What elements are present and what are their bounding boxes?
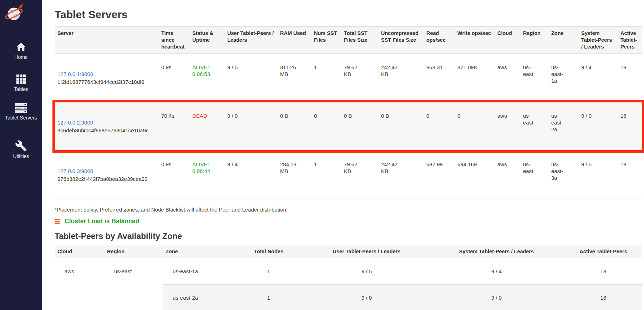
col-ram: RAM Used: [277, 27, 311, 54]
planet-logo-icon: [4, 3, 25, 24]
uptime-text: 0:06:53: [192, 71, 210, 77]
tablet-servers-icon: [14, 103, 28, 113]
cell-total-nodes: 1: [233, 258, 305, 285]
cell-server: 127.0.0.1:9000 1f2fd188777643cf944ced2f3…: [55, 54, 158, 102]
col-region: Region: [520, 27, 548, 54]
cluster-load-icon: [55, 219, 61, 224]
utilities-icon: [15, 140, 27, 152]
col-user-peers: User Tablet-Peers / Leaders: [224, 27, 277, 54]
sidebar-item-label: Utilities: [0, 154, 42, 159]
cluster-load-status: Cluster Load is Balanced: [55, 218, 644, 225]
sidebar-item-tables[interactable]: Tables: [0, 73, 42, 92]
server-row-3: 127.0.0.3:9000 976b382c2ff442f7ba0bea32e…: [55, 151, 642, 199]
cell-zone: us- east- 3a: [548, 151, 578, 199]
tablet-servers-table: Server Time since heartbeat Status & Upt…: [55, 26, 642, 199]
table-header-row: Cloud Region Zone Total Nodes User Table…: [55, 245, 642, 258]
cell-zone: us-east-2a: [163, 285, 233, 310]
uptime-text: 0:06:44: [192, 168, 210, 174]
cell-user-peers: 9 / 4: [224, 151, 277, 199]
cell-cloud: aws: [495, 151, 520, 199]
app-window: Home Tables: [0, 0, 644, 310]
cell-ram: 0 B: [277, 102, 311, 151]
sidebar-item-label: Tablet Servers: [0, 115, 42, 121]
col-cloud: Cloud: [495, 27, 520, 54]
col-cloud: Cloud: [55, 245, 104, 258]
col-zone: Zone: [548, 27, 578, 54]
cell-write-ops: 694.169: [455, 151, 495, 199]
cell-cloud: aws: [495, 54, 520, 102]
server-link[interactable]: 127.0.0.1:9000: [57, 71, 93, 77]
status-text: DEAD: [192, 113, 207, 119]
server-uuid: 976b382c2ff442f7ba0bea32e39cea93: [57, 176, 156, 182]
cell-server: 127.0.0.3:9000 976b382c2ff442f7ba0bea32e…: [55, 151, 158, 199]
col-active-peers: Active Tablet-Peers: [618, 27, 642, 54]
cell-region: us- east: [520, 151, 548, 199]
cell-status: ALIVE:0:06:53: [189, 54, 224, 102]
server-link[interactable]: 127.0.0.3:9000: [57, 168, 93, 174]
server-link[interactable]: 127.0.0.2:9000: [57, 120, 93, 126]
tables-icon: [15, 73, 27, 85]
server-row-1: 127.0.0.1:9000 1f2fd188777643cf944ced2f3…: [55, 54, 642, 102]
col-read-ops: Read ops/sec: [424, 27, 455, 54]
cell-read-ops: 868.31: [424, 54, 455, 102]
col-num-sst: Num SST Files: [311, 27, 341, 54]
cell-num-sst: 0: [311, 102, 341, 151]
cell-uncompressed-sst: 242.42 KB: [378, 151, 424, 199]
table-header-row: Server Time since heartbeat Status & Upt…: [55, 27, 642, 54]
cell-heartbeat: 0.9s: [158, 54, 189, 102]
cell-heartbeat: 0.9s: [158, 151, 189, 199]
cell-user-peers: 9 / 5: [224, 54, 277, 102]
cell-active-peers: 18: [618, 151, 642, 199]
cell-user-peers: 9 / 0: [305, 285, 429, 310]
sidebar-item-label: Tables: [0, 87, 42, 92]
cell-sst-size: 0 B: [341, 102, 378, 151]
cell-active-peers: 18: [564, 285, 642, 310]
sidebar-item-tablet-servers[interactable]: Tablet Servers: [0, 103, 42, 121]
col-active-peers: Active Tablet-Peers: [564, 245, 642, 258]
cell-total-nodes: 1: [233, 285, 305, 310]
cell-user-peers: 9 / 5: [305, 258, 429, 285]
sidebar-item-home[interactable]: Home: [0, 41, 42, 60]
cell-uncompressed-sst: 0 B: [378, 102, 424, 151]
cell-region: us- east: [520, 54, 548, 102]
cell-status: DEAD: [189, 102, 224, 151]
cell-zone: us-east-1a: [163, 258, 233, 285]
cell-num-sst: 1: [311, 151, 341, 199]
col-zone: Zone: [163, 245, 233, 258]
cell-ram: 311.26 MB: [277, 54, 311, 102]
az-section-title: Tablet-Peers by Availability Zone: [55, 232, 644, 241]
cell-sst-size: 79.62 KB: [341, 151, 378, 199]
cell-status: ALIVE:0:06:44: [189, 151, 224, 199]
cell-system-peers: 9 / 4: [429, 258, 564, 285]
col-user-peers: User Tablet-Peers / Leaders: [305, 245, 429, 258]
col-system-peers: System Tablet-Peers / Leaders: [578, 27, 618, 54]
col-sst-size: Total SST Files Size: [341, 27, 378, 54]
yugabyte-logo[interactable]: [4, 3, 25, 24]
sidebar-item-label: Home: [0, 55, 42, 60]
col-status: Status & Uptime: [189, 27, 224, 54]
tablet-peers-by-az-table: Cloud Region Zone Total Nodes User Table…: [55, 245, 642, 310]
col-uncompressed-sst: Uncompressed SST Files Size: [378, 27, 424, 54]
cell-system-peers: 9 / 4: [578, 54, 618, 102]
cell-sst-size: 79.62 KB: [341, 54, 378, 102]
cell-user-peers: 9 / 0: [224, 102, 277, 151]
cell-server: 127.0.0.2:9000 3c6deb86f40c4f668e5763041…: [55, 102, 158, 151]
cell-ram: 284.13 MB: [277, 151, 311, 199]
cell-active-peers: 18: [564, 258, 642, 285]
sidebar: Home Tables: [0, 0, 42, 310]
cell-heartbeat: 70.4s: [158, 102, 189, 151]
cell-active-peers: 18: [618, 54, 642, 102]
sidebar-item-utilities[interactable]: Utilities: [0, 140, 42, 159]
server-uuid: 3c6deb86f40c4f668e5763041ce10a9c: [57, 127, 156, 134]
col-heartbeat: Time since heartbeat: [158, 27, 189, 54]
col-server: Server: [55, 27, 158, 54]
col-write-ops: Write ops/sec: [455, 27, 495, 54]
status-text: ALIVE:: [192, 64, 209, 70]
cell-cloud: aws: [55, 258, 104, 310]
col-system-peers: System Tablet-Peers / Leaders: [429, 245, 564, 258]
cell-write-ops: 871.098: [455, 54, 495, 102]
cell-zone: us- east- 2a: [548, 102, 578, 151]
cell-write-ops: 0: [455, 102, 495, 151]
cell-region: us- east: [520, 102, 548, 151]
cell-system-peers: 9 / 5: [578, 151, 618, 199]
